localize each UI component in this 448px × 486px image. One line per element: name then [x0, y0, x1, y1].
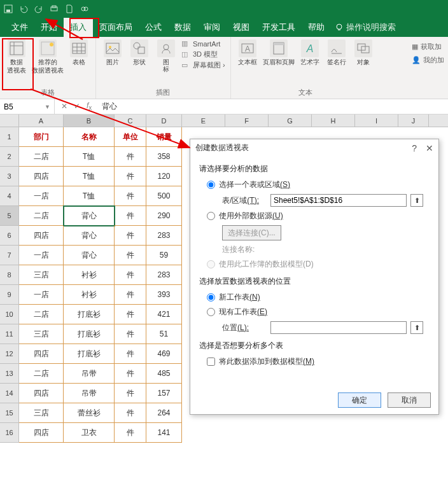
cell[interactable]: 部门 — [19, 127, 64, 147]
cell[interactable]: 500 — [146, 186, 182, 206]
tab-help[interactable]: 帮助 — [302, 18, 331, 37]
cell[interactable]: 件 — [115, 305, 146, 324]
cell[interactable]: 485 — [146, 364, 182, 384]
select-all-corner[interactable] — [0, 115, 19, 127]
cell[interactable]: 264 — [146, 403, 182, 423]
cell[interactable]: 背心 — [64, 226, 115, 246]
opt-existing-sheet[interactable]: 现有工作表(E) — [207, 307, 430, 317]
cell[interactable]: 蕾丝衫 — [64, 403, 115, 423]
cell[interactable]: T恤 — [64, 167, 115, 186]
range-input[interactable] — [270, 194, 407, 207]
col-D[interactable]: D — [146, 115, 182, 127]
tab-page-layout[interactable]: 页面布局 — [93, 18, 139, 37]
dialog-titlebar[interactable]: 创建数据透视表 ? ✕ — [190, 139, 438, 157]
cell[interactable]: 销量 — [146, 127, 182, 147]
cell[interactable]: 120 — [146, 167, 182, 186]
cell[interactable]: 吊带 — [64, 364, 115, 384]
help-icon[interactable]: ? — [412, 143, 417, 153]
opt-external-source[interactable]: 使用外部数据源(U) — [207, 211, 430, 221]
cell[interactable]: 件 — [115, 265, 146, 285]
row-header[interactable]: 13 — [0, 364, 19, 384]
location-input[interactable] — [270, 321, 407, 334]
cell[interactable]: 358 — [146, 147, 182, 167]
row-header[interactable]: 10 — [0, 305, 19, 324]
cell[interactable]: 件 — [115, 364, 146, 384]
row-header[interactable]: 14 — [0, 384, 19, 403]
cell[interactable]: 二店 — [19, 305, 64, 324]
opt-select-range[interactable]: 选择一个表或区域(S) — [207, 179, 430, 190]
cell[interactable]: 一店 — [19, 285, 64, 305]
header-footer-button[interactable]: 页眉和页脚 — [263, 39, 295, 66]
cell[interactable]: 件 — [115, 206, 146, 226]
smartart-button[interactable]: ▥SmartArt — [181, 39, 225, 48]
row-header[interactable]: 7 — [0, 246, 19, 265]
screenshot-button[interactable]: ▭屏幕截图 › — [181, 60, 225, 70]
tell-me-search[interactable]: 操作说明搜索 — [346, 22, 396, 33]
cell[interactable]: T恤 — [64, 147, 115, 167]
cell[interactable]: 393 — [146, 285, 182, 305]
col-F[interactable]: F — [225, 115, 269, 127]
col-I[interactable]: I — [355, 115, 398, 127]
tab-file[interactable]: 文件 — [5, 18, 34, 37]
picture-button[interactable]: 图片 — [101, 39, 124, 66]
shapes-button[interactable]: 形状 — [128, 39, 151, 66]
cell[interactable]: 卫衣 — [64, 423, 115, 443]
cell[interactable]: 三店 — [19, 403, 64, 423]
tab-view[interactable]: 视图 — [227, 18, 256, 37]
3d-model-button[interactable]: ◫3D 模型 — [181, 50, 225, 59]
cell[interactable]: 59 — [146, 246, 182, 265]
cancel-button[interactable]: 取消 — [388, 392, 431, 408]
cell[interactable]: 打底衫 — [64, 305, 115, 324]
cell[interactable]: 件 — [115, 344, 146, 364]
radio-existing-sheet[interactable] — [207, 308, 215, 316]
wordart-button[interactable]: A 艺术字 — [298, 39, 321, 66]
cell[interactable]: 51 — [146, 324, 182, 344]
object-button[interactable]: 对象 — [352, 39, 375, 66]
cell[interactable]: 件 — [115, 167, 146, 186]
cell[interactable]: 衬衫 — [64, 285, 115, 305]
cell[interactable]: 件 — [115, 226, 146, 246]
print-preview-icon[interactable] — [50, 4, 59, 13]
get-addins-button[interactable]: ▦获取加 — [412, 42, 444, 52]
chevron-down-icon[interactable]: ▼ — [45, 104, 50, 110]
cell[interactable]: T恤 — [64, 186, 115, 206]
col-E[interactable]: E — [182, 115, 225, 127]
redo-icon[interactable] — [34, 4, 43, 13]
cell[interactable]: 名称 — [64, 127, 115, 147]
cell[interactable]: 四店 — [19, 423, 64, 443]
tab-review[interactable]: 审阅 — [197, 18, 227, 37]
location-picker-button[interactable]: ⬆ — [410, 321, 423, 334]
cell[interactable]: 157 — [146, 384, 182, 403]
row-header[interactable]: 8 — [0, 265, 19, 285]
cell[interactable]: 四店 — [19, 167, 64, 186]
textbox-button[interactable]: A 文本框 — [236, 39, 259, 66]
cell[interactable]: 件 — [115, 403, 146, 423]
cell[interactable]: 打底衫 — [64, 324, 115, 344]
cell[interactable]: 四店 — [19, 226, 64, 246]
cell[interactable]: 469 — [146, 344, 182, 364]
cell[interactable]: 件 — [115, 423, 146, 443]
undo-icon[interactable] — [19, 4, 28, 13]
cell[interactable]: 件 — [115, 246, 146, 265]
cell[interactable]: 件 — [115, 324, 146, 344]
cell[interactable]: 二店 — [19, 206, 64, 226]
cancel-formula-icon[interactable]: ✕ — [61, 102, 67, 111]
row-header[interactable]: 12 — [0, 344, 19, 364]
row-header[interactable]: 9 — [0, 285, 19, 305]
row-header[interactable]: 2 — [0, 147, 19, 167]
cell[interactable]: 二店 — [19, 364, 64, 384]
save-icon[interactable] — [4, 4, 13, 13]
cell[interactable]: 二店 — [19, 147, 64, 167]
table-button[interactable]: 表格 — [67, 39, 90, 66]
tab-developer[interactable]: 开发工具 — [256, 18, 302, 37]
row-header[interactable]: 3 — [0, 167, 19, 186]
cell[interactable]: 单位 — [115, 127, 146, 147]
cell[interactable]: 一店 — [19, 246, 64, 265]
cell[interactable]: 件 — [115, 147, 146, 167]
cell[interactable]: 三店 — [19, 324, 64, 344]
cell[interactable]: 一店 — [19, 186, 64, 206]
choose-connection-button[interactable]: 选择连接(C)... — [222, 225, 281, 240]
close-icon[interactable]: ✕ — [426, 143, 433, 153]
col-J[interactable]: J — [398, 115, 429, 127]
new-file-icon[interactable] — [65, 4, 74, 13]
